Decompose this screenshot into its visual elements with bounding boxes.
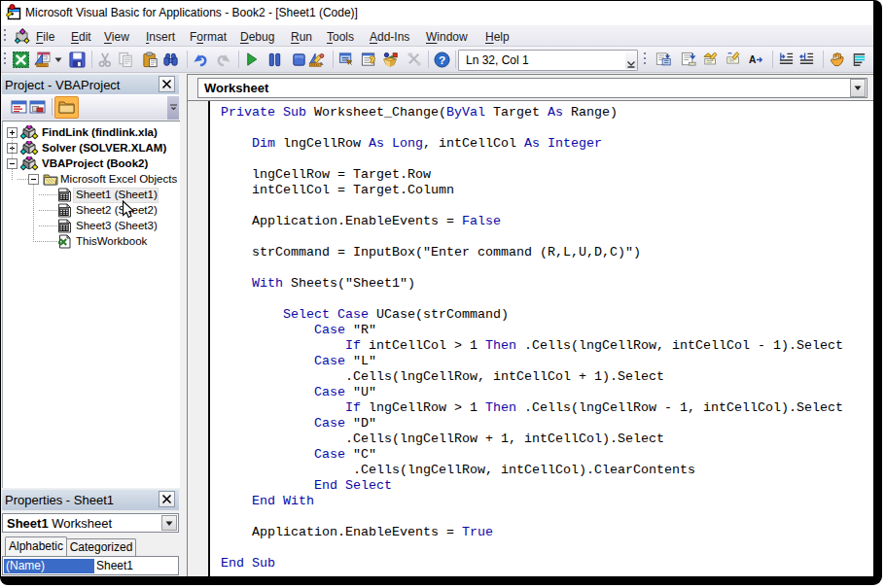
svg-text:A: A bbox=[749, 54, 757, 65]
svg-text:?: ? bbox=[439, 53, 445, 67]
